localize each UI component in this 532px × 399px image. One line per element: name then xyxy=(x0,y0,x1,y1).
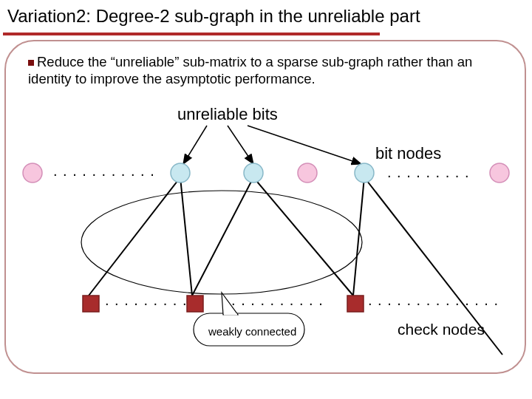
label-weakly-connected: weakly connected xyxy=(208,325,296,338)
edge-4 xyxy=(353,177,364,296)
edge-1 xyxy=(180,177,192,296)
edge-2 xyxy=(192,177,253,296)
edge-3 xyxy=(253,177,353,296)
bit-node-3 xyxy=(298,163,317,183)
arrow-1 xyxy=(228,126,253,164)
bit-node-5 xyxy=(490,163,509,183)
check-node-0 xyxy=(83,296,99,312)
check-node-1 xyxy=(187,296,203,312)
group-ellipse xyxy=(81,191,362,294)
bit-node-4 xyxy=(355,163,374,183)
slide: Variation2: Degree-2 sub-graph in the un… xyxy=(0,0,532,399)
speech-bubble-tail xyxy=(222,293,238,315)
edge-0 xyxy=(89,177,180,296)
check-node-2 xyxy=(347,296,364,312)
arrow-0 xyxy=(183,126,207,164)
arrow-2 xyxy=(248,126,361,164)
bit-node-0 xyxy=(23,163,42,183)
edge-5 xyxy=(364,177,502,355)
bit-node-2 xyxy=(244,163,263,183)
bit-node-1 xyxy=(171,163,190,183)
diagram-svg xyxy=(0,0,532,399)
